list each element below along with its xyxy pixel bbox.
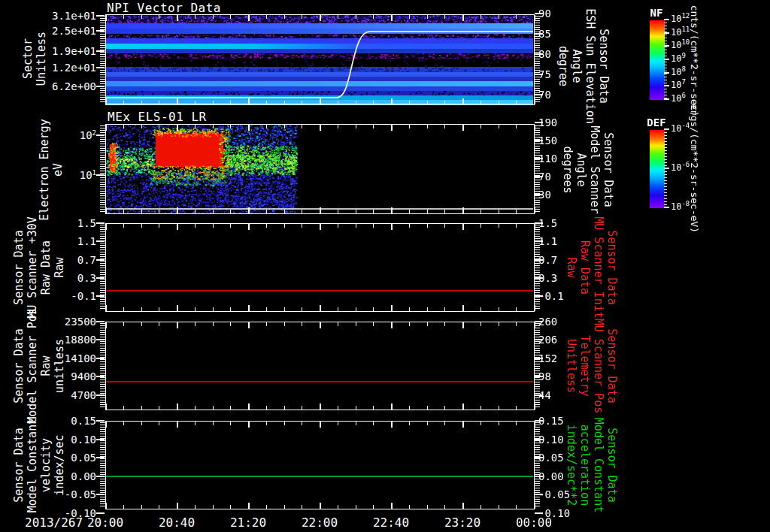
- x-tick: [338, 422, 338, 425]
- y-tick-label-left: 3.1e+01: [0, 10, 96, 22]
- x-tick: [391, 422, 393, 428]
- x-tick: [302, 224, 302, 228]
- x-tick: [105, 422, 107, 428]
- y-tick-label-right: 0.15: [538, 415, 564, 427]
- x-tick: [141, 322, 142, 326]
- x-tick: [391, 15, 393, 21]
- x-tick: [105, 305, 107, 311]
- x-tick: [248, 305, 250, 311]
- x-tick: [320, 15, 321, 21]
- y-major-tick: [96, 512, 105, 514]
- model-constant-overlay-trace: [106, 422, 533, 509]
- x-tick: [159, 406, 159, 410]
- x-tick: [159, 422, 159, 425]
- x-tick: [177, 503, 178, 509]
- axis-label-right-mu-scanner-30v: Sensor Data MU Scanner Init Raw Data Raw: [565, 216, 619, 318]
- x-tick: [105, 404, 107, 410]
- x-tick: [320, 422, 321, 428]
- x-tick: [516, 224, 517, 228]
- x-tick: [105, 503, 107, 509]
- x-tick: [320, 503, 321, 509]
- x-tick: [213, 101, 214, 104]
- x-tick: [248, 503, 250, 509]
- x-tick: [302, 307, 302, 311]
- x-tick: [266, 422, 267, 425]
- x-tick: [480, 15, 481, 19]
- x-tick: [338, 505, 338, 509]
- x-tick: [427, 101, 428, 104]
- x-tick: [266, 210, 267, 213]
- x-tick: [195, 406, 196, 410]
- x-tick: [444, 210, 445, 213]
- x-tick: [230, 422, 231, 425]
- axis-label-right-npi-vector-data: Sensor Data ESH Sun Elevation Angle degr…: [556, 8, 611, 124]
- x-tick: [266, 125, 267, 128]
- x-tick: [409, 505, 410, 509]
- x-tick: [373, 101, 374, 104]
- x-tick: [516, 406, 517, 410]
- x-tick: [499, 125, 499, 128]
- axis-label-left-model-scanner-pos: Sensor Data Model Scanner Pos Raw unitle…: [12, 308, 66, 424]
- x-tick: [499, 307, 499, 311]
- def-colorbar-units: ergs/(cm**2-sr-sec-eV): [687, 104, 701, 233]
- x-tick: [356, 15, 356, 19]
- x-tick: [177, 404, 178, 410]
- x-tick: [159, 322, 159, 326]
- x-tick: [444, 101, 445, 104]
- x-tick: [159, 101, 159, 104]
- x-tick: [302, 125, 302, 128]
- def-colorbar-title: DEF: [647, 116, 665, 128]
- y-major-tick: [96, 174, 105, 176]
- x-tick: [391, 224, 393, 230]
- x-tick: [516, 125, 517, 128]
- nf-colorbar-tick: [664, 59, 669, 60]
- x-tick: [409, 101, 410, 104]
- x-tick: [230, 322, 231, 326]
- x-tick: [391, 503, 393, 509]
- y-tick-label-left: 1.2e+01: [0, 62, 96, 74]
- y-major-tick: [96, 259, 105, 261]
- x-tick: [480, 210, 481, 213]
- x-tick: [123, 422, 124, 425]
- y-tick-label-left: 6.2e+00: [0, 80, 96, 92]
- y-major-tick: [96, 394, 105, 396]
- nf-colorbar-tick-label: 108: [671, 67, 686, 77]
- x-tick: [499, 224, 499, 228]
- x-tick: [373, 422, 374, 425]
- x-tick: [373, 505, 374, 509]
- x-tick: [302, 422, 302, 425]
- x-tick: [373, 406, 374, 410]
- x-tick: [409, 210, 410, 213]
- x-tick: [123, 101, 124, 104]
- x-tick: [302, 322, 302, 326]
- mu-scanner-30v-overlay-trace: [106, 224, 533, 311]
- x-tick: [499, 406, 499, 410]
- x-tick: [284, 125, 285, 128]
- x-tick: [266, 322, 267, 326]
- x-tick: [177, 305, 178, 311]
- x-tick: [195, 101, 196, 104]
- x-tick: [356, 210, 356, 213]
- x-tick: [444, 406, 445, 410]
- x-tick: [230, 307, 231, 311]
- y-tick-label-right: 0.05: [538, 452, 564, 464]
- x-tick: [123, 224, 124, 228]
- axis-label-right-model-constant: Sensor Data Model Constant acceleration …: [565, 418, 619, 512]
- x-tick: [409, 224, 410, 228]
- y-major-tick: [96, 376, 105, 377]
- x-tick: [499, 101, 499, 104]
- x-tick: [248, 207, 250, 213]
- x-tick: [480, 224, 481, 228]
- x-tick: [123, 505, 124, 509]
- x-tick: [356, 406, 356, 410]
- y-minor-ticks-left: [100, 16, 105, 104]
- x-tick: [123, 322, 124, 326]
- x-tick: [462, 503, 464, 509]
- x-tick: [195, 125, 196, 128]
- x-tick: [444, 322, 445, 326]
- x-tick: [462, 305, 464, 311]
- y-tick-label-right: 152: [538, 352, 557, 364]
- y-major-tick: [96, 494, 105, 495]
- x-tick: [480, 125, 481, 128]
- x-tick: [356, 322, 356, 326]
